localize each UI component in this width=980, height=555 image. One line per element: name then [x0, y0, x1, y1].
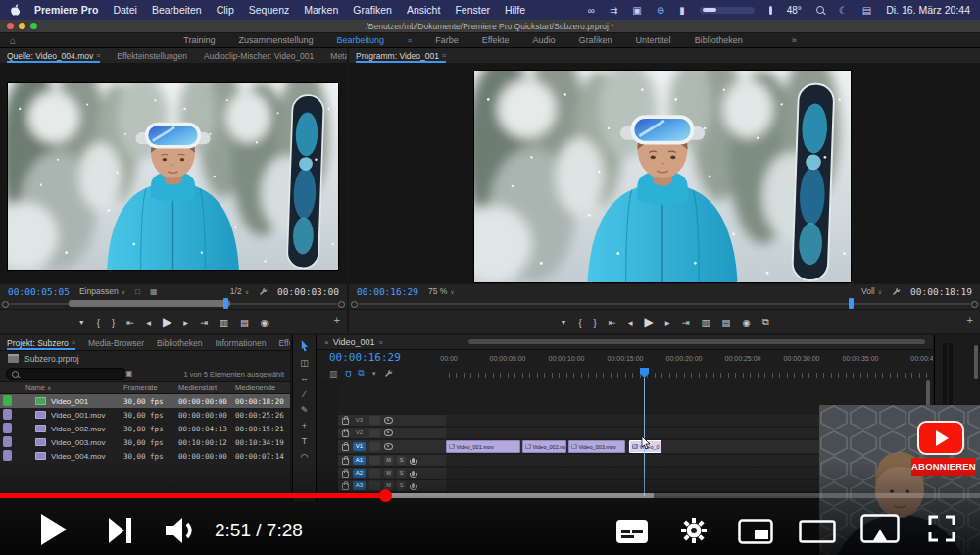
- column-name[interactable]: Name ∧: [25, 383, 52, 392]
- mark-out-icon[interactable]: }: [594, 317, 597, 328]
- label-chip[interactable]: [3, 436, 12, 447]
- table-row[interactable]: Video_001.mov 30,00 fps 00:00:00:00 00:0…: [0, 408, 290, 422]
- workspace-menu-icon[interactable]: ≡: [408, 37, 412, 44]
- ripple-edit-tool-icon[interactable]: ↔: [300, 374, 309, 383]
- tab-effect-controls[interactable]: Effekteinstellungen: [117, 48, 187, 63]
- timeline-clip[interactable]: fxVideo_001.mov: [446, 440, 520, 453]
- source-resolution-select[interactable]: 1/2∨: [230, 286, 249, 296]
- tab-source[interactable]: Quelle: Video_004.mov: [7, 51, 93, 61]
- workspace-tab-farbe[interactable]: Farbe: [435, 35, 459, 45]
- track-visibility-icon[interactable]: [384, 417, 393, 424]
- settings-grid-icon[interactable]: ▦: [150, 287, 158, 296]
- mark-in-icon[interactable]: {: [97, 317, 100, 328]
- program-timecode[interactable]: 00:00:16:29: [357, 286, 418, 297]
- lift-icon[interactable]: ▥: [701, 317, 710, 328]
- next-button[interactable]: [109, 518, 133, 543]
- home-icon[interactable]: ⌂: [10, 35, 16, 46]
- youtube-logo[interactable]: [917, 421, 964, 455]
- track-visibility-icon[interactable]: [384, 429, 393, 436]
- lock-icon[interactable]: [342, 430, 349, 437]
- menu-sequenz[interactable]: Sequenz: [249, 4, 289, 16]
- menubar-slider[interactable]: [700, 7, 755, 14]
- source-zoom-bar[interactable]: [69, 300, 230, 307]
- export-frame-icon[interactable]: ◉: [742, 317, 750, 328]
- workspace-tab-bibliotheken[interactable]: Bibliotheken: [695, 35, 743, 45]
- column-framerate[interactable]: Framerate: [123, 383, 158, 392]
- type-tool-icon[interactable]: T: [302, 436, 308, 446]
- step-back-icon[interactable]: ◂: [628, 317, 633, 328]
- progress-scrubber-handle[interactable]: [379, 489, 392, 502]
- program-resolution-select[interactable]: Voll∨: [861, 286, 882, 296]
- keyboard-icon[interactable]: ▤: [862, 5, 871, 16]
- razor-tool-icon[interactable]: ∕: [304, 389, 306, 399]
- workspace-tab-zusammenstellung[interactable]: Zusammenstellung: [239, 35, 314, 45]
- table-row[interactable]: Video_004.mov 30,00 fps 00:00:00:00 00:0…: [0, 449, 290, 463]
- menu-ansicht[interactable]: Ansicht: [407, 4, 440, 16]
- source-playhead[interactable]: [223, 298, 228, 309]
- hand-tool-icon[interactable]: +: [302, 421, 307, 430]
- track-label[interactable]: V2: [353, 429, 366, 437]
- comparison-view-icon[interactable]: ⧉: [762, 316, 769, 328]
- panel-menu-icon[interactable]: ≡: [442, 52, 446, 59]
- table-row[interactable]: Video_002.mov 30,00 fps 00:00:04:13 00:0…: [0, 422, 290, 435]
- wrench-icon[interactable]: [892, 287, 901, 296]
- panel-menu-icon[interactable]: ≡: [96, 52, 100, 59]
- tab-media-browser[interactable]: Media-Browser: [88, 335, 144, 350]
- go-to-out-icon[interactable]: ⇥: [200, 317, 208, 328]
- fullscreen-button[interactable]: [927, 514, 956, 543]
- workspace-tab-grafiken[interactable]: Grafiken: [579, 35, 612, 45]
- panel-menu-icon[interactable]: ≡: [72, 339, 75, 346]
- track-visibility-icon[interactable]: [384, 443, 393, 450]
- track-select-tool-icon[interactable]: ◫: [300, 358, 309, 368]
- globe-icon[interactable]: ⊕: [657, 5, 664, 16]
- label-chip[interactable]: [3, 409, 12, 420]
- mark-in-icon[interactable]: {: [578, 317, 581, 328]
- timeline-tab[interactable]: Video_001: [333, 337, 375, 347]
- meters-scrollbar[interactable]: [974, 345, 978, 379]
- tab-libraries[interactable]: Bibliotheken: [157, 335, 202, 350]
- workspace-overflow-button[interactable]: »: [792, 35, 797, 45]
- apple-icon[interactable]: [10, 4, 20, 16]
- play-icon[interactable]: ▶: [645, 315, 654, 328]
- step-back-icon[interactable]: ◂: [146, 317, 151, 328]
- selection-tool-icon[interactable]: [300, 340, 309, 352]
- tab-metadata[interactable]: Metadaten: [330, 48, 347, 63]
- extract-icon[interactable]: ▤: [721, 317, 730, 328]
- workspace-tab-training[interactable]: Training: [183, 35, 215, 45]
- volume-button[interactable]: [166, 517, 197, 544]
- add-marker-icon[interactable]: ▼: [78, 319, 85, 326]
- column-mediaend[interactable]: Medienende: [235, 383, 275, 392]
- go-to-in-icon[interactable]: ⇤: [609, 317, 616, 328]
- play-button[interactable]: [41, 514, 69, 545]
- timeline-clip[interactable]: fxVideo_003.mov: [568, 440, 625, 453]
- track-label[interactable]: V3: [353, 416, 366, 425]
- linked-selection-icon[interactable]: ⧉: [358, 368, 364, 378]
- marker-icon[interactable]: ▼: [371, 371, 377, 377]
- add-marker-icon[interactable]: ▼: [560, 319, 566, 326]
- tab-project[interactable]: Projekt: Subzero: [7, 338, 69, 348]
- source-timecode[interactable]: 00:00:05:05: [8, 286, 70, 297]
- label-chip[interactable]: [3, 395, 12, 406]
- menubar-clock[interactable]: Di. 16. März 20:44: [886, 4, 970, 16]
- lock-icon[interactable]: [342, 418, 349, 425]
- workspace-tab-effekte[interactable]: Effekte: [482, 35, 510, 45]
- menu-app-name[interactable]: Premiere Pro: [34, 4, 98, 16]
- button-editor-icon[interactable]: +: [334, 314, 340, 326]
- arrows-icon[interactable]: ⇉: [610, 5, 617, 16]
- menu-fenster[interactable]: Fenster: [455, 4, 490, 16]
- new-bin-icon[interactable]: ▣: [125, 369, 133, 378]
- panel-menu-icon[interactable]: ≡: [379, 339, 383, 346]
- tab-program[interactable]: Programm: Video_001: [356, 51, 439, 61]
- tab-effects[interactable]: Effekte: [278, 335, 290, 350]
- settings-gear-button[interactable]: [679, 516, 709, 545]
- spotlight-search-icon[interactable]: [816, 6, 824, 14]
- table-row[interactable]: Video_001 30,00 fps 00:00:00:00 00:00:18…: [0, 394, 290, 408]
- workspace-tab-audio[interactable]: Audio: [533, 35, 556, 45]
- progress-bar[interactable]: [0, 493, 980, 498]
- label-chip[interactable]: [3, 423, 12, 433]
- temperature-status[interactable]: 48°: [787, 5, 802, 16]
- insert-icon[interactable]: ▥: [220, 317, 228, 328]
- slip-tool-icon[interactable]: ◠: [301, 452, 309, 462]
- subtitles-button[interactable]: [615, 519, 649, 544]
- program-playhead[interactable]: [849, 298, 854, 309]
